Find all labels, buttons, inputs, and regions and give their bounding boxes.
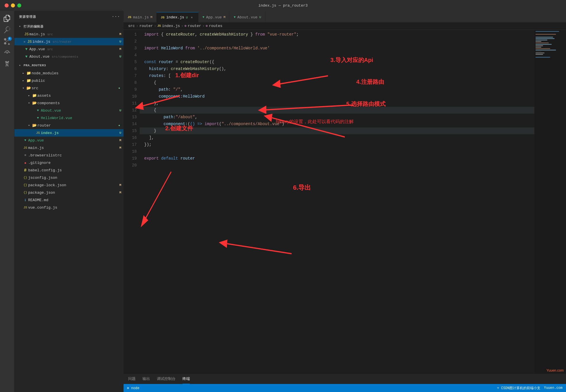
panel-tab-terminal[interactable]: 终端 <box>182 374 190 384</box>
tab-about-vue[interactable]: ▼ About.vue U <box>230 12 265 22</box>
panel-tab-debug-console[interactable]: 调试控制台 <box>157 374 176 384</box>
source-control-icon[interactable]: 6 <box>2 36 12 46</box>
breadcrumb-item[interactable]: ⊕ routes <box>206 24 222 28</box>
search-icon[interactable] <box>2 25 12 35</box>
file-label: .browserslistrc <box>28 153 124 158</box>
bottom-panel: 问题 输出 调试控制台 终端 <box>124 374 566 384</box>
close-icon[interactable]: ✕ <box>24 40 26 44</box>
list-item[interactable]: {} jsconfig.json <box>14 174 124 181</box>
list-item[interactable]: 📂 components <box>14 99 124 107</box>
list-item[interactable]: ◆ .gitignore <box>14 159 124 166</box>
tab-icon: ▼ <box>234 15 236 19</box>
code-content[interactable]: import { createRouter, createWebHashHist… <box>140 30 534 374</box>
file-icon: {} <box>22 176 28 179</box>
sidebar-actions: ··· <box>113 13 119 20</box>
sidebar: 资源管理器 ··· 打开的编辑器 JS main.js src M ✕ JS i… <box>14 11 124 392</box>
list-item[interactable]: JS main.js src M <box>14 30 124 38</box>
tab-icon: JS <box>161 16 164 19</box>
tab-label: App.vue <box>206 15 222 20</box>
breadcrumb-item[interactable]: src <box>128 24 135 28</box>
more-actions-icon[interactable]: ··· <box>113 13 119 20</box>
file-icon: ▼ <box>35 109 41 112</box>
tab-icon: JS <box>128 15 131 19</box>
code-line <box>140 148 534 155</box>
tab-app-vue[interactable]: ▼ App.vue M <box>199 12 230 22</box>
untracked-badge: U <box>119 40 121 43</box>
file-icon: JS <box>22 206 28 209</box>
list-item[interactable]: 📂 src ● <box>14 84 124 92</box>
panel-tab-output[interactable]: 输出 <box>143 374 150 384</box>
file-icon: {} <box>22 191 28 194</box>
file-label: package-lock.json <box>28 183 124 187</box>
list-item[interactable]: ✕ JS index.js src/router U <box>14 38 124 45</box>
folder-icon: 📁 <box>26 71 32 75</box>
list-item[interactable]: ▼ App.vue src M <box>14 45 124 53</box>
file-icon: ◆ <box>22 161 28 165</box>
sidebar-title: 资源管理器 <box>19 15 36 19</box>
breadcrumb-item[interactable]: JS index.js <box>157 24 180 28</box>
project-header[interactable]: PRA_ROUTER3 <box>14 61 124 69</box>
file-icon: ▼ <box>24 55 29 59</box>
code-line: }, <box>140 100 534 107</box>
list-item[interactable]: JS main.js M <box>14 144 124 152</box>
list-item[interactable]: 📂 router ● <box>14 122 124 129</box>
list-item[interactable]: {} package-lock.json M <box>14 181 124 189</box>
close-button[interactable] <box>5 3 9 7</box>
tab-index-js[interactable]: JS index.js U ✕ <box>157 12 198 22</box>
list-item[interactable]: ▼ HelloWorld.vue <box>14 114 124 122</box>
breadcrumb-item[interactable]: router <box>139 24 153 28</box>
list-item[interactable]: 📁 assets <box>14 92 124 99</box>
status-csdn: + CSDN图计算机的前端小支 <box>497 386 540 391</box>
tab-bar: JS main.js M JS index.js U ✕ ▼ App.vue M… <box>124 11 566 22</box>
list-item[interactable]: B babel.config.js <box>14 166 124 174</box>
list-item[interactable]: 📁 public <box>14 77 124 84</box>
file-icon: ▼ <box>22 139 28 142</box>
list-item[interactable]: ▼ About.vue U <box>14 107 124 114</box>
sidebar-content: 打开的编辑器 JS main.js src M ✕ JS index.js sr… <box>14 22 124 392</box>
list-item[interactable]: {} package.json M <box>14 189 124 196</box>
folder-icon: 📁 <box>32 93 37 98</box>
status-yuuen: Yuuen.com <box>544 386 563 390</box>
tab-badge: M <box>151 15 153 19</box>
tab-close-icon[interactable]: ✕ <box>190 15 194 20</box>
extensions-icon[interactable] <box>2 59 12 69</box>
code-line <box>140 38 534 45</box>
maximize-button[interactable] <box>17 3 21 7</box>
minimize-button[interactable] <box>11 3 15 7</box>
open-editors-header[interactable]: 打开的编辑器 <box>14 22 124 30</box>
list-item[interactable]: ≡ .browserslistrc <box>14 152 124 159</box>
debug-icon[interactable] <box>2 48 12 58</box>
code-line: import { createRouter, createWebHashHist… <box>140 31 534 38</box>
line-numbers: 12345 678910 1112131415 1617181920 <box>124 30 140 374</box>
list-item[interactable]: ▼ App.vue M <box>14 137 124 144</box>
files-icon[interactable] <box>2 13 12 24</box>
list-item[interactable]: 📁 node_modules <box>14 69 124 77</box>
tab-main-js[interactable]: JS main.js M <box>124 12 157 22</box>
tab-badge: M <box>224 15 226 19</box>
file-label: About.vue <box>41 108 124 113</box>
list-item[interactable]: ℹ README.md <box>14 196 124 204</box>
file-icon: ▼ <box>24 47 29 51</box>
folder-icon: 📂 <box>32 101 37 105</box>
list-item[interactable]: JS index.js U <box>14 129 124 137</box>
list-item[interactable]: ▼ About.vue src/components U <box>14 53 124 60</box>
file-label: README.md <box>28 198 124 202</box>
watermark: Yuuen.com <box>546 368 564 372</box>
file-icon: JS <box>27 40 32 44</box>
modified-badge: M <box>119 47 121 51</box>
file-label: index.js <box>41 131 124 135</box>
code-line <box>140 162 534 169</box>
code-line: path:"/about", <box>140 114 534 121</box>
folder-chevron <box>28 94 32 97</box>
untracked-badge: U <box>119 109 121 112</box>
list-item[interactable]: JS vue.config.js <box>14 204 124 211</box>
panel-tab-problems[interactable]: 问题 <box>128 374 136 384</box>
breadcrumb-item[interactable]: ⊕ router <box>184 24 201 28</box>
folder-icon: 📂 <box>26 86 32 90</box>
modified-badge: M <box>119 32 121 36</box>
folder-chevron <box>28 124 32 127</box>
file-icon: {} <box>22 183 28 187</box>
status-node[interactable]: ⊕ node <box>127 386 139 390</box>
code-line: history: createWebHashHistory(), <box>140 65 534 72</box>
folder-label: assets <box>37 94 124 98</box>
